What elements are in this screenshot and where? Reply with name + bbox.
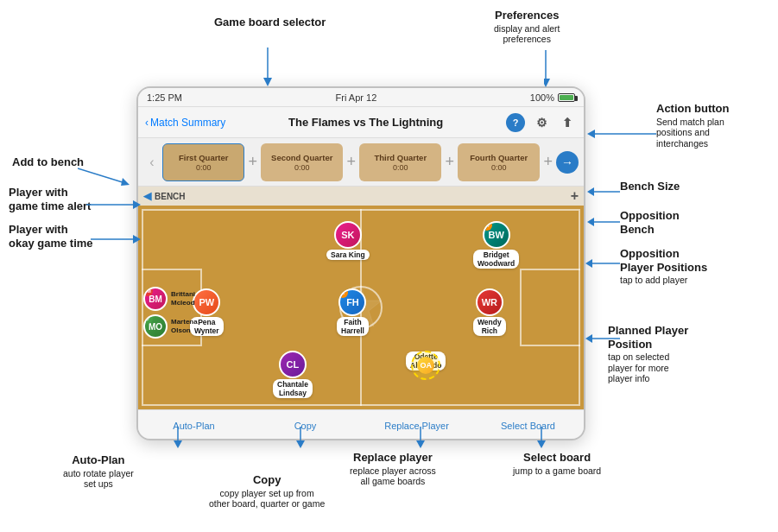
svg-line-7 xyxy=(78,168,125,183)
planned-position-indicator: OA xyxy=(411,351,440,380)
top-nav: ‹ Match Summary The Flames vs The Lightn… xyxy=(138,107,584,138)
player-bridget-alert-badge: 5+ xyxy=(483,221,492,231)
prev-button[interactable]: ‹ xyxy=(143,149,161,175)
player-faith-harrell-name: FaithHarrell xyxy=(337,317,369,336)
player-chantale-lindsay-avatar: CL xyxy=(279,351,307,378)
annotation-player-okay: Player withokay game time xyxy=(9,223,93,250)
quarter-3-time: 0:00 xyxy=(393,163,408,172)
svg-marker-6 xyxy=(587,130,595,138)
annotation-auto-plan: Auto-Plan auto rotate playerset ups xyxy=(63,453,134,490)
svg-marker-8 xyxy=(121,178,130,186)
back-chevron-icon: ‹ xyxy=(145,117,149,129)
player-bridget-woodward[interactable]: 5+ BW BridgetWoodward xyxy=(473,221,519,269)
add-bench-button[interactable]: + xyxy=(571,188,579,204)
annotation-opposition-bench-arrow xyxy=(587,216,622,233)
quarter-1-label: First Quarter xyxy=(179,153,229,162)
player-chantale-lindsay-name: ChantaleLindsay xyxy=(273,379,313,398)
quarter-2-label: Second Quarter xyxy=(271,153,332,162)
action-button[interactable]: ⬆ xyxy=(558,113,577,132)
annotation-replace-player: Replace player replace player acrossall … xyxy=(350,451,436,487)
player-faith-alert-badge: 3 xyxy=(338,288,348,298)
player-bridget-woodward-name: BridgetWoodward xyxy=(473,250,519,269)
annotation-select-board: Select board jump to a game board xyxy=(513,451,601,476)
court-key-right xyxy=(520,269,580,346)
annotation-action-button: Action button Send match planpositions a… xyxy=(656,102,729,149)
quarter-2[interactable]: Second Quarter 0:00 xyxy=(261,143,343,181)
player-wendy-rich[interactable]: WR WendyRich xyxy=(473,288,506,336)
quarter-3-label: Third Quarter xyxy=(374,153,427,162)
bench-martena-name: MartenaOlson xyxy=(171,318,198,334)
player-bridget-woodward-avatar: 5+ BW xyxy=(483,221,510,249)
status-bar: 1:25 PM Fri Apr 12 100% xyxy=(138,88,584,107)
player-sara-king-avatar: SK xyxy=(334,221,362,249)
next-button[interactable]: → xyxy=(556,151,579,174)
svg-marker-2 xyxy=(263,78,272,86)
svg-marker-20 xyxy=(585,334,592,343)
svg-marker-14 xyxy=(587,187,594,196)
help-button[interactable]: ? xyxy=(506,113,525,132)
nav-icons: ? ⚙ ⬆ xyxy=(506,113,577,132)
svg-marker-16 xyxy=(587,218,594,226)
quarter-3[interactable]: Third Quarter 0:00 xyxy=(359,143,441,181)
bench-label: BENCH xyxy=(155,192,186,201)
add-quarter-icon-2: + xyxy=(345,153,357,171)
back-button[interactable]: ‹ Match Summary xyxy=(145,117,225,129)
bench-martena-avatar: ✓ MO xyxy=(143,314,168,339)
player-wendy-rich-name: WendyRich xyxy=(473,317,506,336)
bench-brittani-avatar: 8M BM xyxy=(143,287,168,311)
quarter-4-time: 0:00 xyxy=(491,163,507,172)
quarter-1[interactable]: First Quarter 0:00 xyxy=(162,143,244,181)
add-quarter-icon-3: + xyxy=(443,153,456,171)
bench-arrow-icon: ◀ xyxy=(143,190,151,202)
annotation-bench-size-arrow xyxy=(587,186,622,199)
status-date: Fri Apr 12 xyxy=(336,92,377,103)
bench-player-martena[interactable]: ✓ MO MartenaOlson xyxy=(143,314,198,339)
annotation-add-bench: Add to bench xyxy=(12,155,84,169)
copy-button[interactable]: Copy xyxy=(250,421,361,431)
add-quarter-icon-4: + xyxy=(541,153,554,171)
annotation-opposition-bench: OppositionBench xyxy=(620,209,680,236)
ipad-frame: 1:25 PM Fri Apr 12 100% ‹ Match Summary … xyxy=(136,86,585,440)
battery-percent: 100% xyxy=(530,92,554,103)
svg-marker-28 xyxy=(537,440,546,448)
svg-marker-18 xyxy=(585,259,592,268)
player-sara-king-name: Sara King xyxy=(326,250,370,260)
add-quarter-icon: + xyxy=(246,153,259,171)
annotation-game-board-selector: Game board selector xyxy=(214,16,326,29)
bench-martena-alert: ✓ xyxy=(143,314,153,324)
bench-players-area: 8M BM BrittaniMcleod ✓ MO MartenaOlson xyxy=(143,287,198,342)
quarter-4-label: Fourth Quarter xyxy=(470,153,528,162)
annotation-game-board-arrow xyxy=(250,48,285,91)
bench-row: ◀ BENCH + xyxy=(138,187,584,206)
select-board-button[interactable]: Select Board xyxy=(472,421,584,431)
player-faith-harrell[interactable]: 3 FH FaithHarrell xyxy=(337,288,369,336)
replace-player-button[interactable]: Replace Player xyxy=(361,421,472,431)
quarter-2-time: 0:00 xyxy=(294,163,310,172)
svg-marker-26 xyxy=(416,440,425,448)
annotation-bench-size: Bench Size xyxy=(620,180,680,193)
auto-plan-button[interactable]: Auto-Plan xyxy=(138,421,250,431)
quarter-4[interactable]: Fourth Quarter 0:00 xyxy=(458,143,540,181)
player-chantale-lindsay[interactable]: CL ChantaleLindsay xyxy=(273,351,313,398)
match-title: The Flames vs The Lightning xyxy=(225,116,506,129)
player-odette-alvarado[interactable]: OA OdetteAlvarado xyxy=(406,351,446,370)
court-area: SK Sara King 5+ BW BridgetWoodward PW Pe… xyxy=(138,206,584,409)
annotation-action-arrow xyxy=(587,128,661,141)
svg-marker-22 xyxy=(174,440,182,448)
player-sara-king[interactable]: SK Sara King xyxy=(326,221,370,260)
annotation-opposition-positions-arrow xyxy=(585,257,622,270)
annotation-opposition-positions: OppositionPlayer Positions tap to add pl… xyxy=(620,247,707,286)
bottom-toolbar: Auto-Plan Copy Replace Player Select Boa… xyxy=(138,409,584,440)
preferences-button[interactable]: ⚙ xyxy=(532,113,551,132)
player-faith-harrell-avatar: 3 FH xyxy=(338,288,366,316)
bench-brittani-name: BrittaniMcleod xyxy=(171,290,195,307)
back-label: Match Summary xyxy=(150,117,225,129)
player-odette-alvarado-avatar: OA xyxy=(417,357,434,374)
bench-player-brittani[interactable]: 8M BM BrittaniMcleod xyxy=(143,287,198,311)
annotation-copy: Copy copy player set up fromother board,… xyxy=(209,473,325,510)
quarter-bar: ‹ First Quarter 0:00 + Second Quarter 0:… xyxy=(138,138,584,187)
annotation-player-alert: Player withgame time alert xyxy=(9,186,91,212)
status-time: 1:25 PM xyxy=(147,92,182,103)
annotation-planned-player: Planned PlayerPosition tap on selectedpl… xyxy=(608,324,688,384)
svg-marker-24 xyxy=(296,440,305,448)
